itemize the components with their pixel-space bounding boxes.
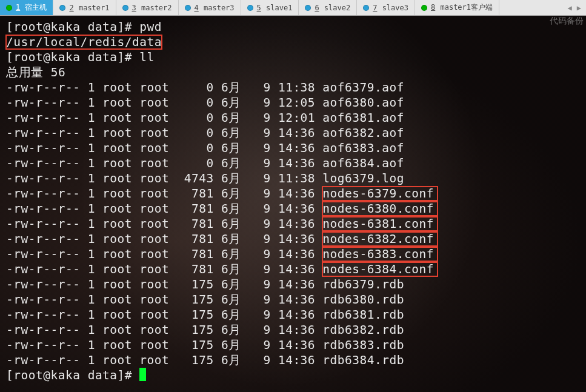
tabs-scroll-right-icon[interactable]: ▶ <box>577 4 581 12</box>
status-dot-icon <box>185 5 191 11</box>
tab-label: 4 master3 <box>195 4 235 12</box>
ls-row: -rw-r--r-- 1 root root 0 6月 9 11:38 aof6… <box>6 80 581 95</box>
ls-row: -rw-r--r-- 1 root root 0 6月 9 14:36 aof6… <box>6 156 581 171</box>
ls-row: -rw-r--r-- 1 root root 781 6月 9 14:36 no… <box>6 186 581 201</box>
file-name: nodes-6383.conf <box>322 247 438 261</box>
ls-row: -rw-r--r-- 1 root root 781 6月 9 14:36 no… <box>6 262 581 277</box>
tab-bar: 1 宿主机2 master13 master24 master35 slave1… <box>0 0 586 16</box>
file-name: rdb6384.rdb <box>322 353 404 367</box>
file-name: aof6380.aof <box>322 96 404 110</box>
tab-宿主机[interactable]: 1 宿主机 <box>0 0 53 15</box>
tab-scroll-controls: ◀▶ <box>563 0 586 15</box>
tab-label: 8 master1客户端 <box>431 2 493 13</box>
ls-row: -rw-r--r-- 1 root root 175 6月 9 14:36 rd… <box>6 337 581 353</box>
file-name: rdb6379.rdb <box>322 277 404 291</box>
tab-slave2[interactable]: 6 slave2 <box>299 0 357 15</box>
ls-row: -rw-r--r-- 1 root root 175 6月 9 14:36 rd… <box>6 307 581 322</box>
tab-slave3[interactable]: 7 slave3 <box>357 0 415 15</box>
file-name: nodes-6384.conf <box>322 262 438 276</box>
file-name: aof6384.aof <box>322 156 404 170</box>
ls-row: -rw-r--r-- 1 root root 0 6月 9 12:05 aof6… <box>6 95 581 110</box>
ls-row: -rw-r--r-- 1 root root 0 6月 9 14:36 aof6… <box>6 141 581 156</box>
prompt-line-ll: [root@kaka data]# ll <box>6 50 581 65</box>
ls-row: -rw-r--r-- 1 root root 0 6月 9 12:01 aof6… <box>6 110 581 125</box>
tab-master2[interactable]: 3 master2 <box>116 0 179 15</box>
file-name: rdb6383.rdb <box>322 338 404 352</box>
file-name: nodes-6381.conf <box>322 217 438 231</box>
terminal[interactable]: [root@kaka data]# pwd/usr/local/redis/da… <box>0 16 586 392</box>
tab-label: 2 master1 <box>69 4 109 12</box>
ls-row: -rw-r--r-- 1 root root 175 6月 9 14:36 rd… <box>6 353 581 368</box>
tabs-scroll-left-icon[interactable]: ◀ <box>568 4 572 12</box>
status-dot-icon <box>59 5 65 11</box>
file-name: nodes-6379.conf <box>322 187 438 201</box>
tab-slave1[interactable]: 5 slave1 <box>241 0 299 15</box>
file-name: rdb6381.rdb <box>322 308 404 322</box>
ls-row: -rw-r--r-- 1 root root 175 6月 9 14:36 rd… <box>6 292 581 307</box>
status-dot-icon <box>363 5 369 11</box>
tab-label: 1 宿主机 <box>16 2 47 13</box>
file-name: rdb6380.rdb <box>322 293 404 307</box>
ls-row: -rw-r--r-- 1 root root 4743 6月 9 11:38 l… <box>6 171 581 186</box>
file-name: rdb6382.rdb <box>322 323 404 337</box>
status-dot-icon <box>247 5 253 11</box>
tab-label: 5 slave1 <box>257 4 293 12</box>
ls-row: -rw-r--r-- 1 root root 781 6月 9 14:36 no… <box>6 247 581 262</box>
file-name: aof6379.aof <box>322 81 404 95</box>
file-name: aof6381.aof <box>322 111 404 125</box>
file-name: aof6382.aof <box>322 126 404 140</box>
status-dot-icon <box>6 5 12 11</box>
tab-label: 7 slave3 <box>373 4 408 12</box>
status-dot-icon <box>122 5 128 11</box>
file-name: nodes-6380.conf <box>322 202 438 216</box>
watermark-label: 代码备份 <box>550 16 584 27</box>
status-dot-icon <box>421 5 427 11</box>
ls-row: -rw-r--r-- 1 root root 0 6月 9 14:36 aof6… <box>6 125 581 141</box>
file-name: nodes-6382.conf <box>322 232 438 246</box>
ls-row: -rw-r--r-- 1 root root 781 6月 9 14:36 no… <box>6 216 581 231</box>
file-name: aof6383.aof <box>322 141 404 155</box>
cursor <box>139 368 146 381</box>
tab-master3[interactable]: 4 master3 <box>179 0 241 15</box>
prompt-line-pwd: [root@kaka data]# pwd <box>6 19 581 35</box>
tab-master1客户端[interactable]: 8 master1客户端 <box>415 0 499 15</box>
tab-label: 3 master2 <box>132 4 172 12</box>
ls-row: -rw-r--r-- 1 root root 175 6月 9 14:36 rd… <box>6 277 581 292</box>
cwd-line: /usr/local/redis/data <box>6 35 581 50</box>
ls-row: -rw-r--r-- 1 root root 781 6月 9 14:36 no… <box>6 231 581 247</box>
tab-master1[interactable]: 2 master1 <box>53 0 116 15</box>
ls-row: -rw-r--r-- 1 root root 781 6月 9 14:36 no… <box>6 201 581 216</box>
cwd-path: /usr/local/redis/data <box>6 35 162 49</box>
total-line: 总用量 56 <box>6 65 581 80</box>
file-name: log6379.log <box>322 171 404 185</box>
ls-row: -rw-r--r-- 1 root root 175 6月 9 14:36 rd… <box>6 322 581 337</box>
prompt-line-active: [root@kaka data]# <box>6 368 581 383</box>
status-dot-icon <box>305 5 311 11</box>
tab-label: 6 slave2 <box>315 4 350 12</box>
